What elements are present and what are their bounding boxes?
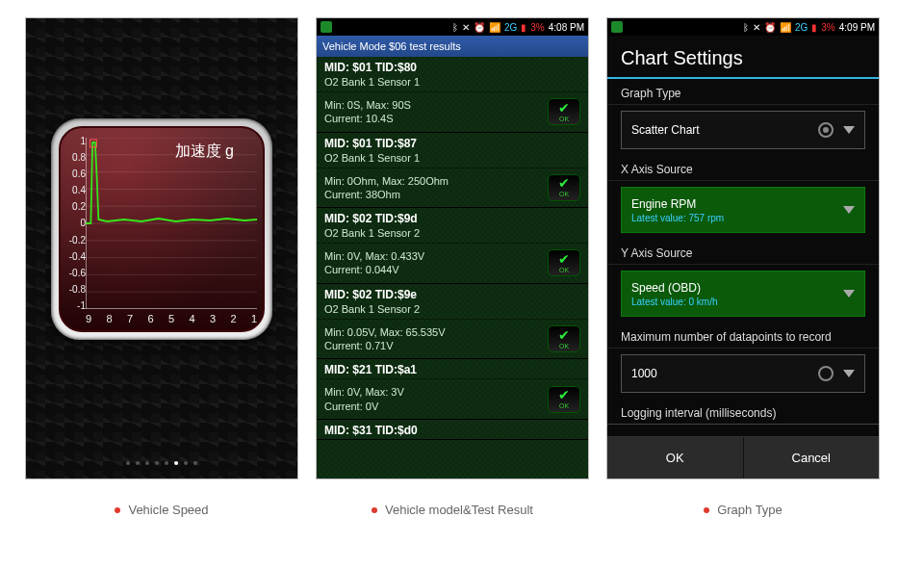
result-group[interactable]: MID: $02 TID:$9e O2 Bank 1 Sensor 2 Min:…	[317, 284, 588, 360]
ok-badge: ✔OK	[548, 249, 580, 276]
cancel-button[interactable]: Cancel	[744, 437, 880, 478]
graph-type-select[interactable]: Scatter Chart	[621, 111, 865, 149]
result-head: MID: $01 TID:$80	[317, 57, 588, 76]
result-head: MID: $31 TID:$d0	[317, 420, 588, 439]
chevron-down-icon	[843, 290, 855, 297]
radio-icon	[818, 366, 834, 381]
x-axis-latest: Latest value: 757 rpm	[631, 213, 724, 223]
battery-pct: 3%	[821, 22, 834, 33]
result-subhead: O2 Bank 1 Sensor 1	[317, 152, 588, 168]
result-subhead: O2 Bank 1 Sensor 2	[317, 227, 588, 243]
battery-pct: 3%	[530, 22, 544, 33]
signal-icon: 📶	[780, 22, 791, 33]
bullet-icon	[372, 507, 377, 513]
ok-badge: ✔OK	[548, 386, 580, 413]
chevron-down-icon	[843, 206, 855, 214]
y-axis-select[interactable]: Speed (OBD) Latest value: 0 km/h	[621, 271, 865, 317]
ok-button[interactable]: OK	[607, 437, 744, 478]
result-values: Min: 0V, Max: 0.433V Current: 0.044V ✔OK	[317, 243, 588, 283]
radio-icon	[818, 122, 834, 138]
x-axis-value: Engine RPM	[631, 197, 696, 211]
status-bar: ᛒ ✕ ⏰ 📶 2G ▮ 3% 4:08 PM	[317, 18, 588, 36]
caption-vehicle-speed: Vehicle Speed	[25, 503, 298, 517]
bluetooth-icon: ᛒ	[452, 22, 458, 33]
label-x-axis: X Axis Source	[607, 155, 879, 181]
bullet-icon	[115, 507, 120, 513]
result-subhead: O2 Bank 1 Sensor 1	[317, 76, 588, 91]
result-values: Min: 0Ohm, Max: 250Ohm Current: 38Ohm ✔O…	[317, 168, 588, 208]
result-head: MID: $02 TID:$9d	[317, 208, 588, 227]
status-bar: ᛒ ✕ ⏰ 📶 2G ▮ 3% 4:09 PM	[607, 18, 879, 36]
result-head: MID: $21 TID:$a1	[317, 359, 588, 378]
label-graph-type: Graph Type	[607, 79, 879, 105]
x-axis-select[interactable]: Engine RPM Latest value: 757 rpm	[621, 187, 865, 233]
alarm-icon: ⏰	[764, 22, 776, 33]
ok-badge: ✔OK	[548, 174, 580, 201]
network-label: 2G	[504, 22, 517, 33]
y-axis-latest: Latest value: 0 km/h	[631, 297, 718, 307]
caption-graph-type: Graph Type	[606, 503, 880, 517]
phone-vehicle-speed: 加速度 g 10.8 0.60.4 0.20 -0.2-0.4 -0.6-0.8…	[25, 17, 298, 479]
network-label: 2G	[795, 22, 808, 33]
gauge-card: 加速度 g 10.8 0.60.4 0.20 -0.2-0.4 -0.6-0.8…	[51, 118, 272, 340]
battery-icon: ▮	[521, 22, 526, 33]
result-group[interactable]: MID: $01 TID:$87 O2 Bank 1 Sensor 1 Min:…	[317, 133, 588, 209]
ok-badge: ✔OK	[548, 98, 580, 125]
clock: 4:08 PM	[549, 22, 584, 33]
dialog-title: Chart Settings	[607, 36, 879, 79]
label-y-axis: Y Axis Source	[607, 239, 879, 265]
label-interval: Logging interval (milliseconds)	[607, 399, 879, 425]
result-values: Min: 0V, Max: 3V Current: 0V ✔OK	[317, 378, 588, 419]
bluetooth-icon: ᛒ	[743, 22, 749, 33]
app-icon	[611, 21, 623, 33]
vibrate-icon: ✕	[753, 22, 760, 33]
screen-title: Vehicle Mode $06 test results	[317, 36, 588, 57]
result-group[interactable]: MID: $21 TID:$a1 Min: 0V, Max: 3V Curren…	[317, 359, 588, 420]
alarm-icon: ⏰	[474, 22, 485, 33]
dialog-buttons: OK Cancel	[607, 436, 879, 478]
caption-test-result: Vehicle model&Test Result	[316, 503, 589, 517]
chevron-down-icon	[843, 126, 855, 134]
y-axis-ticks: 10.8 0.60.4 0.20 -0.2-0.4 -0.6-0.8 -1	[64, 136, 86, 311]
max-points-value: 1000	[631, 367, 818, 380]
max-points-select[interactable]: 1000	[621, 354, 865, 393]
chevron-down-icon	[843, 370, 855, 377]
vibrate-icon: ✕	[462, 22, 470, 33]
result-values: Min: 0.05V, Max: 65.535V Current: 0.71V …	[317, 319, 588, 359]
result-values: Min: 0S, Max: 90S Current: 10.4S ✔OK	[317, 91, 588, 132]
page-indicator	[26, 461, 297, 465]
y-axis-value: Speed (OBD)	[631, 281, 701, 295]
result-head: MID: $02 TID:$9e	[317, 284, 588, 303]
bullet-icon	[704, 507, 709, 513]
result-subhead: O2 Bank 1 Sensor 2	[317, 303, 588, 319]
x-axis-ticks: 98 76 54 32 1	[86, 313, 257, 324]
label-max-points: Maximum number of datapoints to record	[607, 323, 879, 349]
line-plot	[86, 138, 257, 309]
signal-icon: 📶	[489, 22, 500, 33]
result-group[interactable]: MID: $31 TID:$d0	[317, 420, 588, 440]
clock: 4:09 PM	[839, 22, 875, 33]
phone-test-results: ᛒ ✕ ⏰ 📶 2G ▮ 3% 4:08 PM Vehicle Mode $06…	[316, 17, 589, 479]
results-list[interactable]: MID: $01 TID:$80 O2 Bank 1 Sensor 1 Min:…	[317, 57, 588, 478]
result-group[interactable]: MID: $02 TID:$9d O2 Bank 1 Sensor 2 Min:…	[317, 208, 588, 284]
ok-badge: ✔OK	[548, 325, 580, 352]
app-icon	[321, 21, 332, 33]
result-group[interactable]: MID: $01 TID:$80 O2 Bank 1 Sensor 1 Min:…	[317, 57, 588, 133]
graph-type-value: Scatter Chart	[631, 123, 818, 137]
phone-chart-settings: ᛒ ✕ ⏰ 📶 2G ▮ 3% 4:09 PM Chart Settings G…	[606, 17, 880, 479]
result-head: MID: $01 TID:$87	[317, 133, 588, 152]
battery-icon: ▮	[811, 22, 817, 33]
